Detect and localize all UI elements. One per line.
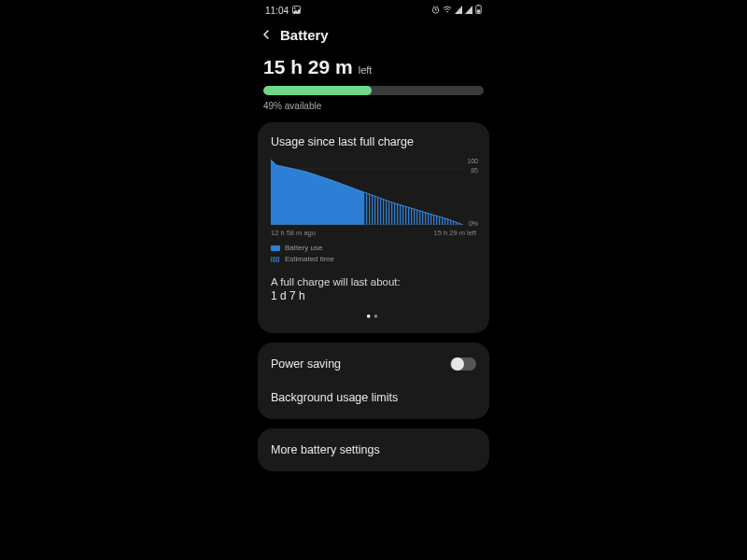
more-settings-label: More battery settings xyxy=(271,443,380,456)
usage-card[interactable]: Usage since last full charge 100 85 0% xyxy=(258,122,489,333)
time-remaining: 15 h 29 m xyxy=(263,56,353,78)
power-saving-label: Power saving xyxy=(271,357,341,371)
legend-swatch-use xyxy=(271,245,280,251)
phone-frame: 11:04 Battery xyxy=(252,0,495,560)
signal-icon xyxy=(465,6,472,16)
battery-icon xyxy=(475,5,482,16)
time-remaining-suffix: left xyxy=(359,64,373,76)
chart-x-start: 12 h 58 m ago xyxy=(271,229,316,237)
background-limits-row[interactable]: Background usage limits xyxy=(271,382,476,415)
battery-summary: 15 h 29 m left 49% available xyxy=(258,56,489,122)
legend-swatch-est xyxy=(271,257,280,262)
more-battery-settings-row[interactable]: More battery settings xyxy=(271,432,476,468)
full-charge-value: 1 d 7 h xyxy=(271,289,476,302)
chart-legend: Battery use Estimated time xyxy=(271,243,476,265)
svg-point-1 xyxy=(294,7,296,8)
signal-icon xyxy=(455,6,462,16)
header: Battery xyxy=(258,17,489,56)
settings-card: Power saving Background usage limits xyxy=(258,343,489,419)
more-card: More battery settings xyxy=(258,428,489,471)
usage-card-title: Usage since last full charge xyxy=(271,135,476,148)
back-button[interactable] xyxy=(261,26,271,43)
y-tick-85: 85 xyxy=(471,167,478,174)
battery-progress-fill xyxy=(263,86,372,95)
page-title: Battery xyxy=(280,27,329,43)
image-icon xyxy=(292,6,301,16)
toggle-knob xyxy=(451,357,464,371)
percent-available: 49% available xyxy=(263,101,484,111)
chevron-left-icon xyxy=(261,30,271,39)
legend-use: Battery use xyxy=(285,243,322,254)
legend-est: Estimated time xyxy=(285,254,334,265)
power-saving-toggle[interactable] xyxy=(450,357,476,371)
status-time: 11:04 xyxy=(265,6,289,16)
full-charge-label: A full charge will last about: xyxy=(271,276,476,287)
chart-x-end: 15 h 29 m left xyxy=(434,229,476,237)
background-limits-label: Background usage limits xyxy=(271,391,398,404)
svg-point-3 xyxy=(446,10,448,12)
alarm-icon xyxy=(431,6,440,16)
battery-chart: 100 85 0% xyxy=(271,160,476,225)
y-tick-0: 0% xyxy=(469,220,478,227)
battery-progress xyxy=(263,86,484,95)
y-tick-100: 100 xyxy=(467,158,478,164)
pager-dots[interactable]: ●● xyxy=(271,312,476,320)
wifi-icon xyxy=(443,6,452,16)
power-saving-row[interactable]: Power saving xyxy=(271,346,476,382)
svg-rect-6 xyxy=(477,9,481,12)
status-bar: 11:04 xyxy=(258,0,489,17)
